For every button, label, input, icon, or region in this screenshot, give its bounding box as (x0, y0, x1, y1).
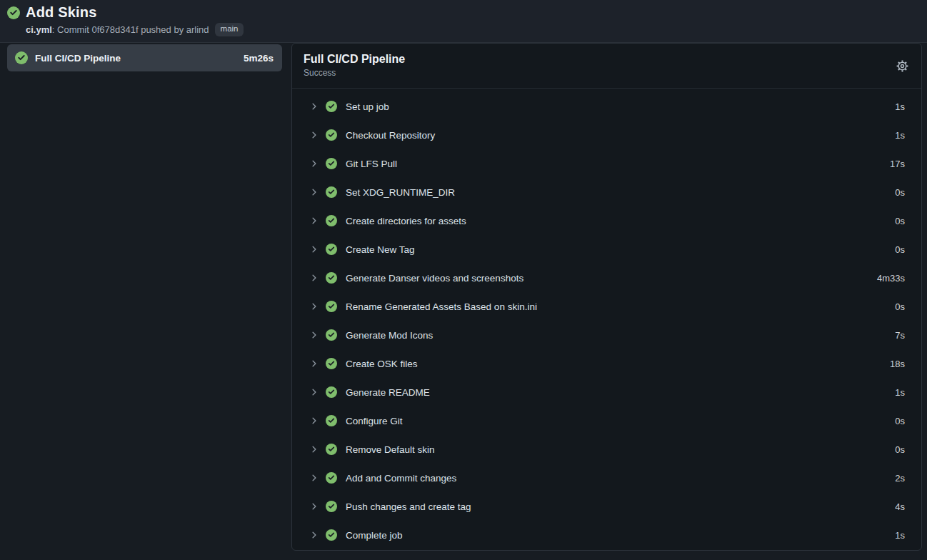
step-name: Create OSK files (346, 359, 418, 369)
step-name: Complete job (346, 530, 403, 541)
check-circle-icon (326, 415, 337, 426)
check-circle-icon (326, 215, 337, 226)
check-circle-icon (15, 51, 28, 64)
step-row[interactable]: Generate README 1s (292, 378, 921, 406)
check-circle-icon (326, 101, 337, 112)
step-name: Set XDG_RUNTIME_DIR (346, 187, 455, 198)
sidebar-job-item[interactable]: Full CI/CD Pipeline 5m26s (7, 44, 282, 71)
step-row[interactable]: Create New Tag 0s (292, 235, 921, 264)
check-circle-icon (326, 329, 337, 341)
workflow-file: ci.yml (26, 24, 52, 35)
check-circle-icon (326, 358, 337, 369)
step-row[interactable]: Push changes and create tag 4s (292, 492, 921, 521)
step-row[interactable]: Add and Commit changes 2s (292, 464, 921, 492)
step-name: Create directories for assets (346, 216, 466, 226)
chevron-right-icon[interactable] (309, 415, 320, 426)
step-name: Generate README (346, 387, 430, 398)
chevron-right-icon[interactable] (309, 386, 320, 398)
step-duration: 0s (895, 301, 905, 312)
step-row[interactable]: Checkout Repository 1s (292, 121, 921, 149)
step-duration: 0s (895, 244, 905, 255)
step-row[interactable]: Rename Generated Assets Based on skin.in… (292, 292, 921, 321)
run-subtitle: ci.yml: Commit 0f678d341f pushed by arli… (26, 24, 209, 35)
step-name: Remove Default skin (346, 444, 435, 455)
step-name: Add and Commit changes (346, 473, 456, 484)
step-name: Generate Mod Icons (346, 330, 433, 341)
step-row[interactable]: Complete job 1s (292, 521, 921, 549)
step-row[interactable]: Remove Default skin 0s (292, 435, 921, 464)
chevron-right-icon[interactable] (309, 472, 320, 484)
check-circle-icon (326, 386, 337, 398)
check-circle-icon (326, 444, 337, 455)
job-duration: 5m26s (244, 53, 274, 64)
step-duration: 1s (895, 387, 905, 398)
check-circle-icon (326, 472, 337, 484)
step-duration: 0s (895, 416, 905, 426)
check-circle-icon (326, 158, 337, 169)
job-detail-panel: Full CI/CD Pipeline Success (291, 43, 922, 551)
step-duration: 7s (895, 330, 905, 341)
check-circle-icon (7, 6, 20, 19)
step-row[interactable]: Git LFS Pull 17s (292, 149, 921, 178)
run-header: Add Skins ci.yml: Commit 0f678d341f push… (0, 0, 927, 43)
step-name: Configure Git (346, 416, 403, 426)
step-name: Set up job (346, 101, 389, 112)
step-name: Create New Tag (346, 244, 415, 255)
check-circle-icon (326, 186, 337, 198)
run-title: Add Skins (26, 4, 97, 21)
chevron-right-icon[interactable] (309, 215, 320, 226)
step-row[interactable]: Generate Mod Icons 7s (292, 321, 921, 349)
check-circle-icon (326, 272, 337, 284)
job-status-text: Success (304, 68, 910, 78)
chevron-right-icon[interactable] (309, 444, 320, 455)
step-row[interactable]: Create OSK files 18s (292, 349, 921, 378)
step-duration: 1s (895, 530, 905, 541)
commit-text: : Commit 0f678d341f pushed by arlind (52, 24, 209, 35)
branch-badge: main (215, 23, 244, 36)
check-circle-icon (326, 301, 337, 312)
step-duration: 1s (895, 130, 905, 141)
chevron-right-icon[interactable] (309, 101, 320, 112)
job-detail-header: Full CI/CD Pipeline Success (292, 44, 921, 89)
chevron-right-icon[interactable] (309, 244, 320, 255)
step-duration: 17s (890, 159, 905, 169)
step-duration: 4s (895, 501, 905, 512)
chevron-right-icon[interactable] (309, 529, 320, 541)
step-row[interactable]: Set up job 1s (292, 92, 921, 121)
chevron-right-icon[interactable] (309, 272, 320, 284)
job-detail-title: Full CI/CD Pipeline (304, 53, 910, 66)
steps-list: Set up job 1s Checkout Repository 1s Git… (292, 89, 921, 549)
chevron-right-icon[interactable] (309, 358, 320, 369)
step-duration: 4m33s (877, 273, 905, 284)
step-name: Push changes and create tag (346, 501, 471, 512)
step-duration: 0s (895, 187, 905, 198)
check-circle-icon (326, 129, 337, 141)
check-circle-icon (326, 529, 337, 541)
gear-icon (896, 59, 909, 73)
step-row[interactable]: Generate Danser videos and screenshots 4… (292, 264, 921, 292)
step-name: Generate Danser videos and screenshots (346, 273, 523, 284)
check-circle-icon (326, 501, 337, 512)
step-name: Checkout Repository (346, 130, 435, 141)
chevron-right-icon[interactable] (309, 329, 320, 341)
step-row[interactable]: Create directories for assets 0s (292, 206, 921, 235)
step-row[interactable]: Set XDG_RUNTIME_DIR 0s (292, 178, 921, 206)
chevron-right-icon[interactable] (309, 301, 320, 312)
step-duration: 0s (895, 216, 905, 226)
step-duration: 18s (890, 359, 905, 369)
chevron-right-icon[interactable] (309, 129, 320, 141)
chevron-right-icon[interactable] (309, 501, 320, 512)
step-duration: 0s (895, 444, 905, 455)
job-name: Full CI/CD Pipeline (35, 53, 121, 64)
step-row[interactable]: Configure Git 0s (292, 406, 921, 435)
step-name: Rename Generated Assets Based on skin.in… (346, 301, 537, 312)
check-circle-icon (326, 244, 337, 255)
step-duration: 2s (895, 473, 905, 484)
chevron-right-icon[interactable] (309, 186, 320, 198)
step-duration: 1s (895, 101, 905, 112)
chevron-right-icon[interactable] (309, 158, 320, 169)
step-name: Git LFS Pull (346, 159, 397, 169)
settings-button[interactable] (893, 56, 911, 75)
